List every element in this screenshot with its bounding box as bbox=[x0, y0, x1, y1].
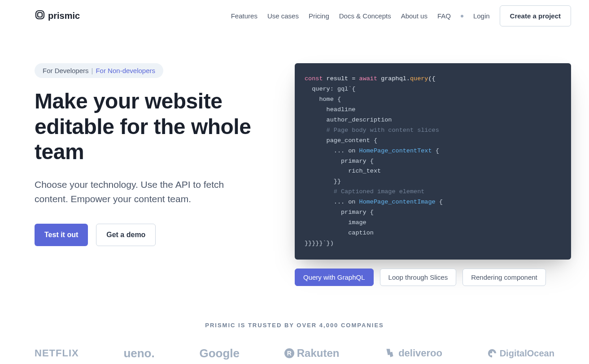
code-token: { bbox=[432, 147, 439, 154]
code-token: query bbox=[410, 75, 428, 82]
brand-rakuten-text: Rakuten bbox=[297, 347, 340, 360]
get-a-demo-button[interactable]: Get a demo bbox=[96, 224, 156, 246]
code-line: rich_text bbox=[305, 168, 381, 174]
code-token: ({ bbox=[428, 75, 435, 82]
code-line: primary { bbox=[305, 209, 374, 216]
pill-separator: | bbox=[92, 67, 93, 74]
code-token: ... on bbox=[305, 199, 359, 205]
create-project-button[interactable]: Create a project bbox=[500, 5, 571, 26]
tab-query-graphql[interactable]: Query with GraphQL bbox=[295, 269, 374, 286]
svg-rect-1 bbox=[38, 13, 42, 17]
brand-digitalocean-icon: DigitalOcean bbox=[487, 348, 554, 359]
code-sample: const result = await graphql.query({ que… bbox=[295, 63, 571, 260]
tab-loop-slices[interactable]: Loop through Slices bbox=[380, 269, 457, 286]
audience-toggle-pill: For Developers | For Non-developers bbox=[35, 63, 163, 78]
nav-faq[interactable]: FAQ bbox=[437, 12, 451, 20]
code-line: page_content { bbox=[305, 137, 377, 144]
test-it-out-button[interactable]: Test it out bbox=[35, 224, 88, 246]
hero-buttons: Test it out Get a demo bbox=[35, 224, 268, 246]
svg-rect-0 bbox=[36, 11, 44, 19]
code-line: image bbox=[305, 219, 366, 226]
brand-netflix-icon: NETFLIX bbox=[35, 347, 79, 359]
code-token: graphql bbox=[377, 75, 406, 82]
code-token: const bbox=[305, 75, 323, 82]
pill-developers[interactable]: For Developers bbox=[43, 67, 89, 74]
nav-use-cases[interactable]: Use cases bbox=[267, 12, 299, 20]
brand-name: prismic bbox=[48, 11, 80, 21]
hero-headline: Make your website editable for the whole… bbox=[35, 89, 268, 165]
code-token: . bbox=[406, 75, 410, 82]
rakuten-r-icon: R bbox=[284, 348, 294, 358]
brand-deliveroo-text: deliveroo bbox=[398, 347, 442, 359]
code-sample-tabs: Query with GraphQL Loop through Slices R… bbox=[295, 269, 571, 286]
hero-code: const result = await graphql.query({ que… bbox=[295, 63, 571, 286]
code-token: { bbox=[436, 199, 443, 205]
trusted-label: PRISMIC IS TRUSTED BY OVER 4,000 COMPANI… bbox=[0, 322, 589, 329]
hero-section: For Developers | For Non-developers Make… bbox=[0, 32, 589, 286]
nav-features[interactable]: Features bbox=[231, 12, 257, 20]
brand-deliveroo-icon: deliveroo bbox=[384, 347, 442, 359]
code-line: headline bbox=[305, 106, 355, 113]
trusted-section: PRISMIC IS TRUSTED BY OVER 4,000 COMPANI… bbox=[0, 322, 589, 364]
code-line: primary { bbox=[305, 158, 374, 165]
nav-docs[interactable]: Docs & Concepts bbox=[339, 12, 391, 20]
hero-copy: For Developers | For Non-developers Make… bbox=[35, 63, 268, 286]
site-header: prismic Features Use cases Pricing Docs … bbox=[0, 0, 589, 32]
digitalocean-mark-icon bbox=[487, 348, 497, 358]
deliveroo-mark-icon bbox=[384, 347, 396, 359]
nav-separator-dot-icon bbox=[461, 15, 463, 17]
code-line: query: gql`{ bbox=[305, 86, 355, 92]
trusted-logo-row: NETFLIX ueno. Google R Rakuten deliveroo… bbox=[0, 347, 589, 364]
brand-logo[interactable]: prismic bbox=[35, 9, 80, 22]
code-token: HomePage_contentImage bbox=[359, 199, 436, 205]
brand-digitalocean-text: DigitalOcean bbox=[500, 348, 554, 359]
code-line: caption bbox=[305, 230, 374, 236]
code-token: await bbox=[355, 75, 377, 82]
code-line: home { bbox=[305, 96, 341, 103]
brand-rakuten-icon: R Rakuten bbox=[284, 347, 340, 360]
brand-ueno-icon: ueno. bbox=[123, 347, 154, 360]
main-nav: Features Use cases Pricing Docs & Concep… bbox=[231, 5, 571, 26]
code-line: # Page body with content slices bbox=[305, 127, 439, 134]
code-token: result bbox=[323, 75, 352, 82]
tab-rendering-component[interactable]: Rendering component bbox=[462, 269, 546, 286]
brand-google-icon: Google bbox=[199, 347, 240, 360]
pill-non-developers[interactable]: For Non-developers bbox=[96, 67, 155, 74]
nav-about[interactable]: About us bbox=[401, 12, 428, 20]
code-line: }}}}}`}) bbox=[305, 240, 334, 247]
hero-subtext: Choose your technology. Use the API to f… bbox=[35, 178, 227, 207]
code-line: # Captioned image element bbox=[305, 188, 424, 195]
code-line: author_description bbox=[305, 117, 392, 123]
nav-login[interactable]: Login bbox=[473, 12, 490, 20]
prismic-logo-icon bbox=[35, 9, 45, 22]
code-token: ... on bbox=[305, 147, 359, 154]
code-line: }} bbox=[305, 178, 341, 185]
code-token: HomePage_contentText bbox=[359, 147, 432, 154]
nav-pricing[interactable]: Pricing bbox=[309, 12, 329, 20]
